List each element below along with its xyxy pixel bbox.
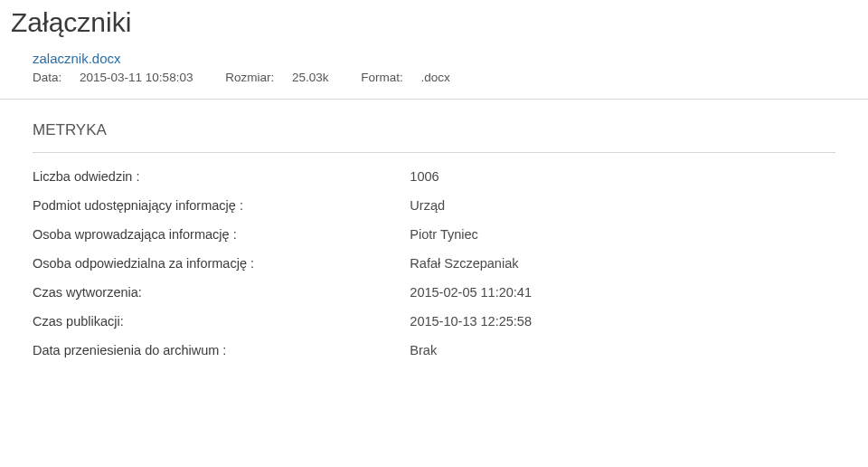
table-row: Liczba odwiedzin : 1006	[33, 162, 835, 191]
attachment-date-value: 2015-03-11 10:58:03	[80, 71, 193, 84]
attachment-link[interactable]: zalacznik.docx	[33, 51, 121, 66]
metryka-value: 1006	[410, 162, 835, 191]
metryka-label: Czas wytworzenia:	[33, 278, 410, 307]
metryka-label: Data przeniesienia do archiwum :	[33, 336, 410, 365]
attachment-format-value: .docx	[421, 71, 450, 84]
table-row: Osoba odpowiedzialna za informację : Raf…	[33, 249, 835, 278]
table-row: Osoba wprowadzająca informację : Piotr T…	[33, 220, 835, 249]
metryka-label: Podmiot udostępniający informację :	[33, 191, 410, 220]
metryka-label: Czas publikacji:	[33, 307, 410, 336]
metryka-table: Liczba odwiedzin : 1006 Podmiot udostępn…	[33, 162, 835, 365]
metryka-value: Brak	[410, 336, 835, 365]
metryka-value: Rafał Szczepaniak	[410, 249, 835, 278]
metryka-label: Osoba odpowiedzialna za informację :	[33, 249, 410, 278]
attachment-size: Rozmiar: 25.03k	[225, 71, 346, 84]
metryka-value: 2015-10-13 12:25:58	[410, 307, 835, 336]
attachment-size-label: Rozmiar:	[225, 71, 274, 84]
metryka-value: 2015-02-05 11:20:41	[410, 278, 835, 307]
divider	[33, 152, 835, 153]
attachment-format: Format: .docx	[361, 71, 465, 84]
metryka-heading: METRYKA	[0, 116, 868, 148]
metryka-label: Liczba odwiedzin :	[33, 162, 410, 191]
divider	[0, 99, 868, 100]
attachment-date: Data: 2015-03-11 10:58:03	[33, 71, 211, 84]
attachment-size-value: 25.03k	[292, 71, 329, 84]
attachment-format-label: Format:	[361, 71, 403, 84]
metryka-value: Piotr Tyniec	[410, 220, 835, 249]
metryka-label: Osoba wprowadzająca informację :	[33, 220, 410, 249]
attachment-block: zalacznik.docx Data: 2015-03-11 10:58:03…	[0, 42, 868, 93]
page-title: Załączniki	[0, 0, 868, 42]
table-row: Podmiot udostępniający informację : Urzą…	[33, 191, 835, 220]
attachment-meta: Data: 2015-03-11 10:58:03 Rozmiar: 25.03…	[33, 71, 859, 84]
attachment-date-label: Data:	[33, 71, 61, 84]
table-row: Czas publikacji: 2015-10-13 12:25:58	[33, 307, 835, 336]
metryka-value: Urząd	[410, 191, 835, 220]
table-row: Data przeniesienia do archiwum : Brak	[33, 336, 835, 365]
table-row: Czas wytworzenia: 2015-02-05 11:20:41	[33, 278, 835, 307]
